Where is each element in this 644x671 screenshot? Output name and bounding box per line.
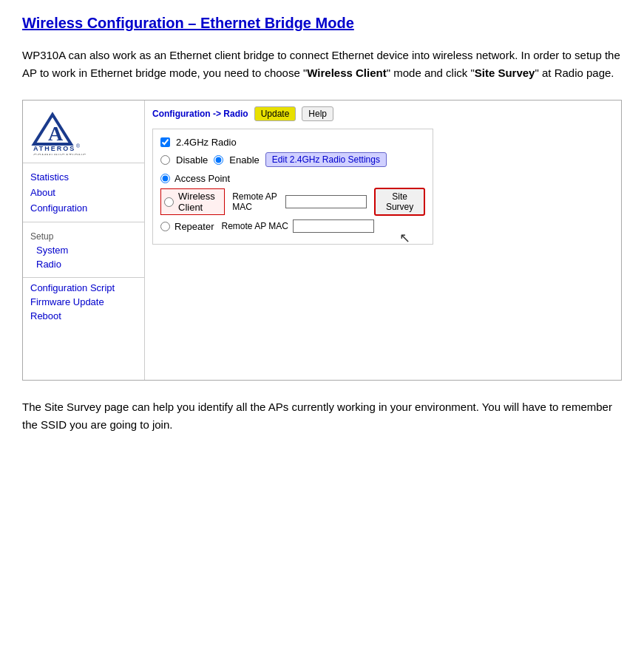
intro-paragraph: WP310A can also work as an Ethernet clie… bbox=[22, 47, 622, 82]
remote-ap-mac-label-2: Remote AP MAC bbox=[221, 221, 288, 231]
sidebar-item-about[interactable]: About bbox=[23, 185, 144, 200]
sidebar-item-statistics[interactable]: Statistics bbox=[23, 169, 144, 185]
wireless-client-radio[interactable] bbox=[164, 197, 174, 207]
sidebar-item-firmware-update[interactable]: Firmware Update bbox=[23, 295, 144, 309]
remote-ap-mac-input-1[interactable] bbox=[285, 195, 367, 208]
sidebar-item-config-script[interactable]: Configuration Script bbox=[23, 281, 144, 295]
sidebar-nav: Statistics About Configuration bbox=[23, 163, 144, 222]
site-survey-button[interactable]: Site Survey bbox=[374, 188, 425, 216]
disable-enable-row: Disable Enable Edit 2.4GHz Radio Setting… bbox=[160, 152, 425, 167]
radio-24ghz-row: 2.4GHz Radio bbox=[160, 137, 425, 148]
cursor-arrow-icon: ↖ bbox=[399, 230, 410, 246]
help-button[interactable]: Help bbox=[302, 106, 333, 121]
sidebar-item-reboot[interactable]: Reboot bbox=[23, 309, 144, 323]
sidebar-bottom-section: Configuration Script Firmware Update Reb… bbox=[23, 277, 144, 326]
svg-text:COMMUNICATIONS: COMMUNICATIONS bbox=[33, 153, 87, 155]
config-path: Configuration -> Radio bbox=[152, 109, 248, 119]
radio-24ghz-checkbox[interactable] bbox=[160, 137, 170, 147]
access-point-radio[interactable] bbox=[160, 174, 170, 183]
mode-section: Access Point Wireless Client Remote AP M… bbox=[160, 173, 425, 233]
outro-paragraph: The Site Survey page can help you identi… bbox=[22, 398, 622, 434]
wireless-client-row: Wireless Client Remote AP MAC Site Surve… bbox=[160, 188, 425, 216]
repeater-radio[interactable] bbox=[160, 222, 170, 231]
sidebar-logo: A ATHEROS ® COMMUNICATIONS bbox=[23, 101, 144, 163]
disable-label: Disable bbox=[176, 154, 208, 166]
svg-text:ATHEROS: ATHEROS bbox=[33, 145, 75, 152]
sidebar-item-radio[interactable]: Radio bbox=[23, 257, 144, 271]
svg-text:®: ® bbox=[76, 143, 81, 149]
enable-radio[interactable] bbox=[214, 155, 223, 165]
remote-ap-mac-label-1: Remote AP MAC bbox=[232, 191, 281, 212]
enable-label: Enable bbox=[229, 154, 259, 166]
update-button[interactable]: Update bbox=[254, 106, 296, 121]
sidebar-setup-section: Setup System Radio bbox=[23, 222, 144, 277]
setup-label: Setup bbox=[23, 228, 144, 243]
radio-24ghz-label: 2.4GHz Radio bbox=[176, 137, 237, 148]
page-title: Wireless Configuration – Ethernet Bridge… bbox=[22, 15, 622, 32]
svg-text:A: A bbox=[48, 122, 64, 145]
radio-settings-box: 2.4GHz Radio Disable Enable Edit 2.4GHz … bbox=[152, 129, 433, 245]
edit-radio-settings-button[interactable]: Edit 2.4GHz Radio Settings bbox=[265, 152, 387, 167]
repeater-row: Repeater Remote AP MAC ↖ bbox=[160, 219, 425, 233]
main-panel: Configuration -> Radio Update Help 2.4GH… bbox=[145, 101, 621, 380]
repeater-label: Repeater bbox=[174, 221, 214, 232]
wireless-client-label: Wireless Client bbox=[178, 191, 221, 213]
sidebar-item-system[interactable]: System bbox=[23, 243, 144, 257]
remote-ap-mac-input-2[interactable] bbox=[293, 219, 374, 233]
access-point-label: Access Point bbox=[174, 173, 230, 184]
access-point-row: Access Point bbox=[160, 173, 425, 184]
disable-radio[interactable] bbox=[160, 155, 170, 165]
sidebar: A ATHEROS ® COMMUNICATIONS Statistics Ab… bbox=[23, 101, 145, 380]
config-header: Configuration -> Radio Update Help bbox=[152, 106, 614, 121]
screenshot-frame: A ATHEROS ® COMMUNICATIONS Statistics Ab… bbox=[22, 100, 622, 381]
sidebar-item-configuration[interactable]: Configuration bbox=[23, 200, 144, 216]
